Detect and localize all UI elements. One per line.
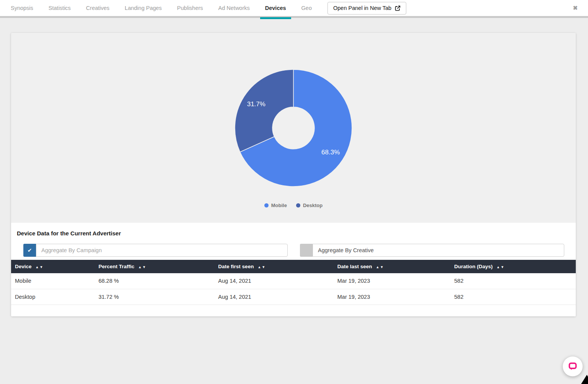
table-header-row: Device▲▼Percent Traffic▲▼Date first seen… [11,260,576,273]
aggregate-group-aggregate-by-creative [300,244,564,257]
chart-legend: MobileDesktop [11,203,576,208]
table-cell: Mar 19, 2023 [334,289,451,305]
column-header-duration-days[interactable]: Duration (Days)▲▼ [450,260,576,273]
column-header-date-last-seen[interactable]: Date last seen▲▼ [334,260,451,273]
legend-swatch-icon [264,203,269,207]
tab-synopsis[interactable]: Synopsis [6,0,38,17]
legend-item-desktop[interactable]: Desktop [296,203,323,208]
table-row-mobile: Mobile68.28 %Aug 14, 2021Mar 19, 2023582 [11,273,576,289]
table-cell: 582 [450,273,576,289]
external-link-icon [395,5,401,11]
close-icon[interactable]: ✖ [573,5,578,11]
tab-creatives[interactable]: Creatives [81,0,114,17]
table-cell: Desktop [11,289,94,305]
sort-desc-icon[interactable]: ▼ [380,265,383,269]
table-cell: Mobile [11,273,94,289]
table-row-desktop: Desktop31.72 %Aug 14, 2021Mar 19, 202358… [11,289,576,305]
section-heading: Device Data for the Current Advertiser [11,223,576,237]
aggregate-input-aggregate-by-creative[interactable] [313,244,564,257]
aggregate-row: ✔ [23,244,564,257]
column-label: Date first seen [218,264,254,269]
aggregate-input-aggregate-by-campaign[interactable] [36,244,288,257]
table-cell: Aug 14, 2021 [214,273,333,289]
legend-item-mobile[interactable]: Mobile [264,203,287,208]
column-label: Percent Traffic [98,264,134,269]
table-body: Mobile68.28 %Aug 14, 2021Mar 19, 2023582… [11,273,576,305]
table-cell: 582 [450,289,576,305]
sort-asc-icon[interactable]: ▲ [376,265,380,269]
legend-swatch-icon [296,203,300,207]
sort-asc-icon[interactable]: ▲ [257,265,261,269]
sort-asc-icon[interactable]: ▲ [138,265,142,269]
tab-devices[interactable]: Devices [260,0,291,17]
table-cell: Aug 14, 2021 [214,289,333,305]
tab-landing-pages[interactable]: Landing Pages [120,0,167,17]
table-cell: 31.72 % [94,289,214,305]
column-label: Date last seen [337,264,372,269]
tab-publishers[interactable]: Publishers [172,0,208,17]
sort-desc-icon[interactable]: ▼ [501,265,504,269]
column-header-percent-traffic[interactable]: Percent Traffic▲▼ [94,260,214,273]
column-header-date-first-seen[interactable]: Date first seen▲▼ [214,260,333,273]
tab-geo[interactable]: Geo [296,0,317,17]
mouse-cursor [581,375,588,384]
device-data-table: Device▲▼Percent Traffic▲▼Date first seen… [11,260,576,305]
open-panel-label: Open Panel in New Tab [333,5,391,11]
devices-panel-card: 68.3%31.7% MobileDesktop Device Data for… [11,33,576,316]
table-cell: 68.28 % [94,273,214,289]
legend-label: Desktop [303,203,323,208]
tab-ad-networks[interactable]: Ad Networks [213,0,255,17]
table-cell: Mar 19, 2023 [334,273,451,289]
checkbox-unchecked[interactable] [300,244,313,257]
column-header-device[interactable]: Device▲▼ [11,260,94,273]
column-label: Duration (Days) [454,264,493,269]
tab-statistics[interactable]: Statistics [44,0,76,17]
chat-bubble-icon [567,361,578,372]
legend-label: Mobile [271,203,287,208]
column-label: Device [15,264,32,269]
live-chat-button[interactable] [563,356,583,376]
open-panel-button[interactable]: Open Panel in New Tab [327,2,406,15]
sort-desc-icon[interactable]: ▼ [142,265,146,269]
top-nav-bar: SynopsisStatisticsCreativesLanding Pages… [0,0,588,18]
device-donut-chart: 68.3%31.7% MobileDesktop [11,33,576,223]
donut-chart-svg: 68.3%31.7% [11,33,576,223]
sort-desc-icon[interactable]: ▼ [39,265,43,269]
pie-slice-desktop[interactable] [235,70,293,152]
sort-asc-icon[interactable]: ▲ [36,265,39,269]
aggregate-group-aggregate-by-campaign: ✔ [23,244,288,257]
sort-asc-icon[interactable]: ▲ [497,265,500,269]
sort-desc-icon[interactable]: ▼ [262,265,265,269]
device-data-section: Device Data for the Current Advertiser ✔… [11,223,576,316]
nav-tabs: SynopsisStatisticsCreativesLanding Pages… [6,0,322,17]
slice-label-desktop: 31.7% [247,100,265,108]
slice-label-mobile: 68.3% [321,149,340,156]
checkbox-checked-icon[interactable]: ✔ [23,244,36,257]
table-footer-spacer [11,305,576,316]
